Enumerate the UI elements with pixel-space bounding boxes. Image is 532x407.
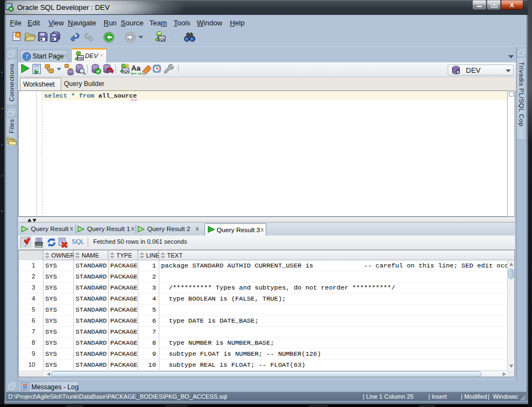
svg-text:?: ? — [25, 53, 28, 60]
svg-text:SQL: SQL — [122, 69, 130, 73]
svg-text:SQL: SQL — [158, 37, 165, 41]
svg-text:Aa: Aa — [131, 64, 141, 72]
svg-text:X: X — [510, 1, 514, 9]
svg-text:SQL: SQL — [77, 56, 84, 60]
